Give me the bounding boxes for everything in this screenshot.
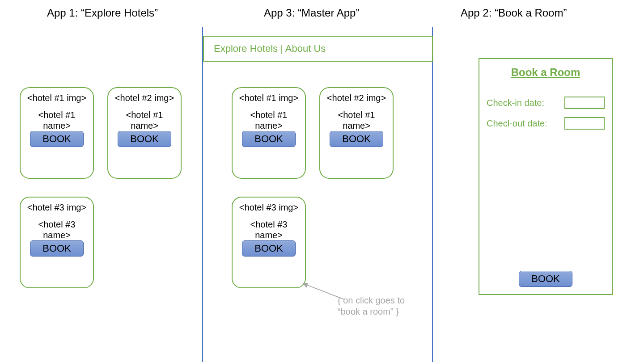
hotel-name-placeholder: <hotel #1 name>	[236, 109, 301, 131]
book-button[interactable]: BOOK	[30, 240, 84, 257]
book-room-panel: Book a Room Check-in date: Checl-out dat…	[479, 58, 613, 295]
book-button[interactable]: BOOK	[242, 131, 296, 147]
book-button[interactable]: BOOK	[30, 131, 84, 147]
book-button[interactable]: BOOK	[519, 271, 572, 287]
hotel-img-placeholder: <hotel #3 img>	[27, 202, 86, 213]
app3-title: App 3: “Master App”	[264, 7, 359, 19]
master-nav-text[interactable]: Explore Hotels | About Us	[214, 43, 326, 54]
checkout-input[interactable]	[564, 117, 605, 130]
column-divider-right	[432, 27, 433, 362]
hotel-card: <hotel #1 img> <hotel #1 name> BOOK	[20, 87, 94, 179]
hotel-card: <hotel #2 img> <hotel #1 name> BOOK	[319, 87, 394, 179]
checkout-row: Checl-out date:	[487, 117, 605, 130]
app1-title: App 1: “Explore Hotels”	[47, 7, 158, 19]
annotation-text: { on click goes to “book a room” }	[338, 295, 418, 317]
hotel-name-placeholder: <hotel #1 name>	[112, 109, 177, 131]
hotel-name-placeholder: <hotel #1 name>	[324, 109, 389, 131]
hotel-card: <hotel #1 img> <hotel #1 name> BOOK	[232, 87, 306, 179]
book-room-title: Book a Room	[487, 66, 605, 79]
hotel-img-placeholder: <hotel #1 img>	[27, 93, 86, 103]
hotel-card: <hotel #2 img> <hotel #1 name> BOOK	[107, 87, 182, 179]
master-nav-bar: Explore Hotels | About Us	[203, 36, 433, 62]
checkin-label: Check-in date:	[487, 98, 544, 108]
column-divider-left	[202, 27, 203, 362]
checkin-input[interactable]	[564, 97, 605, 109]
app2-title: App 2: “Book a Room”	[461, 7, 567, 19]
checkout-label: Checl-out date:	[487, 118, 547, 129]
book-button[interactable]: BOOK	[330, 131, 383, 147]
hotel-img-placeholder: <hotel #2 img>	[115, 93, 174, 103]
hotel-name-placeholder: <hotel #3 name>	[236, 219, 301, 240]
hotel-name-placeholder: <hotel #1 name>	[24, 109, 89, 131]
hotel-img-placeholder: <hotel #3 img>	[239, 202, 298, 213]
book-button[interactable]: BOOK	[242, 240, 296, 257]
checkin-row: Check-in date:	[487, 97, 605, 109]
hotel-img-placeholder: <hotel #1 img>	[239, 93, 298, 103]
hotel-card: <hotel #3 img> <hotel #3 name> BOOK	[20, 197, 94, 288]
hotel-name-placeholder: <hotel #3 name>	[24, 219, 89, 240]
book-button[interactable]: BOOK	[118, 131, 171, 147]
hotel-card: <hotel #3 img> <hotel #3 name> BOOK	[232, 197, 306, 288]
hotel-img-placeholder: <hotel #2 img>	[327, 93, 386, 103]
